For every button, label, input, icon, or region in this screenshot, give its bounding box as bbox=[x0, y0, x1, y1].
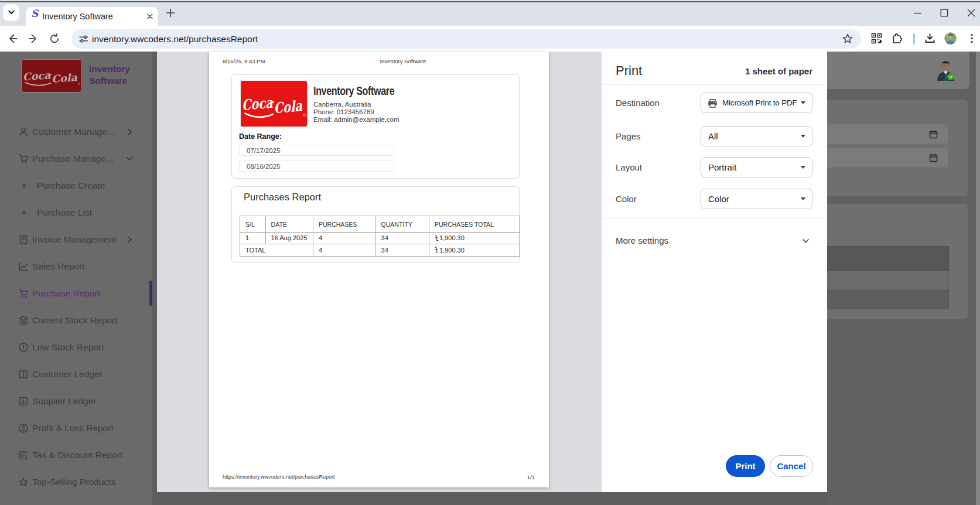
dropdown-caret-icon bbox=[801, 197, 805, 200]
site-info-icon[interactable] bbox=[78, 33, 89, 45]
window-maximize-button[interactable] bbox=[939, 8, 950, 18]
divider bbox=[602, 219, 827, 219]
sidebar-item-tax-discount-report[interactable]: Tax & Discount Report bbox=[0, 442, 152, 469]
dropdown-caret-icon bbox=[801, 135, 805, 138]
bullet-icon bbox=[22, 184, 26, 187]
toolbar-divider bbox=[913, 33, 915, 45]
dollar-circle-icon bbox=[18, 423, 29, 434]
sidebar-label-customer-ledger: Customer Ledger bbox=[32, 361, 103, 388]
layout-value: Portrait bbox=[708, 158, 736, 177]
window-minimize-button[interactable] bbox=[913, 8, 923, 18]
url-text[interactable]: inventory.wwcoders.net/purchasesReport bbox=[92, 29, 258, 49]
layout-select[interactable]: Portrait bbox=[701, 157, 812, 178]
print-footer-page-number: 1/1 bbox=[527, 474, 535, 480]
cell-total-quantity: 34 bbox=[375, 244, 429, 257]
browser-tab[interactable]: S Inventory Software bbox=[26, 7, 158, 26]
cell-date: 16 Aug 2025 bbox=[265, 233, 313, 244]
destination-select[interactable]: Microsoft Print to PDF bbox=[701, 93, 812, 113]
bullet-icon bbox=[22, 211, 26, 214]
dimmed-date-input bbox=[827, 124, 948, 144]
grand-total-amount: 1,900.30 bbox=[439, 247, 465, 254]
print-dialog: Print 1 sheet of paper Destination Micro… bbox=[602, 52, 827, 492]
cell-sl: 1 bbox=[240, 233, 266, 244]
color-select[interactable]: Color bbox=[701, 189, 812, 209]
company-email: Email: admin@example.com bbox=[313, 116, 399, 123]
layers-icon bbox=[18, 315, 29, 326]
col-header-purchases-total: PURCHASES TOTAL bbox=[429, 216, 520, 233]
reload-button[interactable] bbox=[49, 33, 60, 45]
profile-photo bbox=[944, 32, 957, 45]
date-to-input[interactable]: 08/16/2025 bbox=[239, 161, 394, 172]
address-bar[interactable]: inventory.wwcoders.net/purchasesReport bbox=[71, 29, 861, 49]
sidebar-item-current-stock-report[interactable]: Current Stock Report bbox=[0, 307, 152, 334]
taka-currency-icon bbox=[435, 235, 439, 241]
ledger-icon bbox=[18, 369, 29, 380]
company-logo: Coca Cola bbox=[240, 80, 308, 127]
ledger-book-icon bbox=[18, 396, 29, 407]
cancel-button[interactable]: Cancel bbox=[770, 455, 813, 477]
downloads-icon[interactable] bbox=[924, 33, 935, 44]
site-favicon: S bbox=[31, 9, 40, 18]
calendar-icon bbox=[929, 130, 938, 139]
purchases-table: S/L DATE PURCHASES QUANTITY PURCHASES TO… bbox=[240, 216, 520, 257]
dimmed-table-row bbox=[827, 271, 949, 290]
svg-text:Coca: Coca bbox=[241, 94, 274, 114]
browser-menu-icon[interactable] bbox=[968, 32, 976, 45]
more-settings-toggle[interactable]: More settings bbox=[602, 229, 827, 252]
pages-select[interactable]: All bbox=[701, 126, 812, 146]
sidebar-item-supplier-ledger[interactable]: Supplier Ledger bbox=[0, 388, 152, 415]
sidebar-item-purchase-create[interactable]: Purchase Create bbox=[0, 172, 152, 199]
color-value: Color bbox=[708, 189, 729, 209]
sidebar-item-invoice-management[interactable]: Invoice Management bbox=[0, 226, 152, 253]
chevron-down-icon bbox=[125, 155, 134, 163]
brand-line1: Inventory bbox=[89, 63, 130, 75]
person-icon bbox=[18, 127, 29, 137]
pages-row: Pages All bbox=[602, 126, 827, 146]
divider bbox=[602, 84, 827, 85]
window-close-button[interactable] bbox=[966, 8, 976, 18]
sheet-count-label: 1 sheet of paper bbox=[745, 66, 812, 76]
tab-close-icon[interactable] bbox=[145, 12, 155, 21]
back-button[interactable] bbox=[6, 33, 18, 45]
tab-search-button[interactable] bbox=[3, 4, 19, 21]
extensions-puzzle-icon[interactable] bbox=[891, 33, 903, 45]
pages-label: Pages bbox=[616, 126, 641, 146]
sidebar-item-purchase-management[interactable]: Purchase Manage... bbox=[0, 145, 152, 172]
new-tab-button[interactable] bbox=[165, 8, 176, 18]
browser-toolbar: inventory.wwcoders.net/purchasesReport bbox=[0, 26, 980, 52]
calendar-icon bbox=[929, 153, 938, 162]
brand-line2: Software bbox=[89, 75, 130, 87]
sidebar-item-customer-ledger[interactable]: Customer Ledger bbox=[0, 361, 152, 388]
active-nav-indicator bbox=[149, 281, 152, 306]
print-dialog-title: Print bbox=[616, 63, 642, 79]
sidebar-item-top-selling-products[interactable]: Top-Selling Products bbox=[0, 469, 152, 496]
sidebar-item-sales-report[interactable]: Sales Report bbox=[0, 253, 152, 280]
sidebar-label-purchase-list: Purchase List bbox=[37, 199, 92, 226]
dimmed-date-input bbox=[827, 148, 948, 168]
company-address: Canberra, Australia bbox=[313, 101, 371, 108]
forward-button[interactable] bbox=[28, 33, 39, 45]
sidebar-label-current-stock-report: Current Stock Report bbox=[32, 307, 118, 334]
coca-cola-logo: Coca Cola bbox=[22, 60, 81, 92]
sidebar-label-purchase-management: Purchase Manage... bbox=[32, 145, 114, 172]
sidebar-item-purchase-report[interactable]: Purchase Report bbox=[0, 280, 152, 307]
bookmark-star-icon[interactable] bbox=[842, 33, 853, 45]
date-from-input[interactable]: 07/17/2025 bbox=[239, 145, 394, 156]
profile-avatar[interactable] bbox=[944, 32, 957, 45]
sidebar-item-low-stock-report[interactable]: Low Stock Report bbox=[0, 334, 152, 361]
sidebar-company-logo: Coca Cola bbox=[21, 59, 82, 93]
print-button[interactable]: Print bbox=[726, 455, 765, 477]
qr-share-icon[interactable] bbox=[871, 33, 882, 44]
col-header-quantity: QUANTITY bbox=[375, 216, 429, 233]
browser-tab-strip: S Inventory Software bbox=[0, 0, 980, 26]
color-label: Color bbox=[616, 189, 637, 209]
svg-text:Cola: Cola bbox=[52, 71, 78, 85]
sidebar-item-profit-loss-report[interactable]: Profit & Loss Report bbox=[0, 415, 152, 442]
sidebar-item-customer-management[interactable]: Customer Manage... bbox=[0, 118, 152, 145]
tab-title: Inventory Software bbox=[42, 7, 142, 26]
user-avatar bbox=[936, 61, 955, 81]
sidebar-item-purchase-list[interactable]: Purchase List bbox=[0, 199, 152, 226]
page-scrollbar[interactable] bbox=[976, 52, 980, 505]
chevron-down-icon bbox=[8, 10, 15, 15]
layout-label: Layout bbox=[616, 157, 642, 178]
